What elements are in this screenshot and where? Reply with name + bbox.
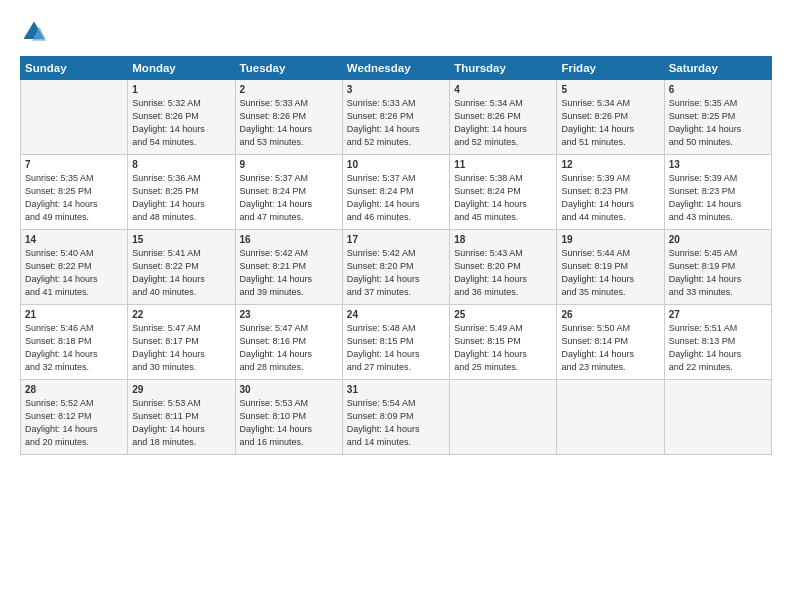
cell-info: Sunrise: 5:42 AM Sunset: 8:21 PM Dayligh…	[240, 247, 338, 299]
day-number: 27	[669, 309, 767, 320]
calendar-cell: 1Sunrise: 5:32 AM Sunset: 8:26 PM Daylig…	[128, 80, 235, 155]
week-row-3: 14Sunrise: 5:40 AM Sunset: 8:22 PM Dayli…	[21, 230, 772, 305]
calendar-cell: 13Sunrise: 5:39 AM Sunset: 8:23 PM Dayli…	[664, 155, 771, 230]
calendar-cell: 29Sunrise: 5:53 AM Sunset: 8:11 PM Dayli…	[128, 380, 235, 455]
cell-info: Sunrise: 5:39 AM Sunset: 8:23 PM Dayligh…	[669, 172, 767, 224]
cell-info: Sunrise: 5:36 AM Sunset: 8:25 PM Dayligh…	[132, 172, 230, 224]
cell-info: Sunrise: 5:38 AM Sunset: 8:24 PM Dayligh…	[454, 172, 552, 224]
day-header-monday: Monday	[128, 57, 235, 80]
logo-icon	[20, 18, 48, 46]
day-number: 17	[347, 234, 445, 245]
calendar-cell: 21Sunrise: 5:46 AM Sunset: 8:18 PM Dayli…	[21, 305, 128, 380]
calendar-cell	[664, 380, 771, 455]
day-number: 25	[454, 309, 552, 320]
cell-info: Sunrise: 5:47 AM Sunset: 8:16 PM Dayligh…	[240, 322, 338, 374]
calendar-cell: 9Sunrise: 5:37 AM Sunset: 8:24 PM Daylig…	[235, 155, 342, 230]
calendar-cell: 11Sunrise: 5:38 AM Sunset: 8:24 PM Dayli…	[450, 155, 557, 230]
cell-info: Sunrise: 5:43 AM Sunset: 8:20 PM Dayligh…	[454, 247, 552, 299]
day-number: 8	[132, 159, 230, 170]
day-number: 19	[561, 234, 659, 245]
calendar-cell: 24Sunrise: 5:48 AM Sunset: 8:15 PM Dayli…	[342, 305, 449, 380]
calendar-cell: 8Sunrise: 5:36 AM Sunset: 8:25 PM Daylig…	[128, 155, 235, 230]
day-header-friday: Friday	[557, 57, 664, 80]
day-header-wednesday: Wednesday	[342, 57, 449, 80]
day-number: 28	[25, 384, 123, 395]
cell-info: Sunrise: 5:41 AM Sunset: 8:22 PM Dayligh…	[132, 247, 230, 299]
cell-info: Sunrise: 5:49 AM Sunset: 8:15 PM Dayligh…	[454, 322, 552, 374]
day-number: 30	[240, 384, 338, 395]
week-row-5: 28Sunrise: 5:52 AM Sunset: 8:12 PM Dayli…	[21, 380, 772, 455]
day-number: 5	[561, 84, 659, 95]
day-number: 11	[454, 159, 552, 170]
cell-info: Sunrise: 5:50 AM Sunset: 8:14 PM Dayligh…	[561, 322, 659, 374]
calendar-cell: 26Sunrise: 5:50 AM Sunset: 8:14 PM Dayli…	[557, 305, 664, 380]
calendar-cell: 17Sunrise: 5:42 AM Sunset: 8:20 PM Dayli…	[342, 230, 449, 305]
cell-info: Sunrise: 5:48 AM Sunset: 8:15 PM Dayligh…	[347, 322, 445, 374]
cell-info: Sunrise: 5:32 AM Sunset: 8:26 PM Dayligh…	[132, 97, 230, 149]
day-number: 24	[347, 309, 445, 320]
day-header-saturday: Saturday	[664, 57, 771, 80]
day-number: 12	[561, 159, 659, 170]
calendar-cell: 20Sunrise: 5:45 AM Sunset: 8:19 PM Dayli…	[664, 230, 771, 305]
cell-info: Sunrise: 5:42 AM Sunset: 8:20 PM Dayligh…	[347, 247, 445, 299]
header-row: SundayMondayTuesdayWednesdayThursdayFrid…	[21, 57, 772, 80]
day-number: 13	[669, 159, 767, 170]
cell-info: Sunrise: 5:35 AM Sunset: 8:25 PM Dayligh…	[25, 172, 123, 224]
calendar-cell: 25Sunrise: 5:49 AM Sunset: 8:15 PM Dayli…	[450, 305, 557, 380]
day-number: 10	[347, 159, 445, 170]
day-number: 15	[132, 234, 230, 245]
calendar-cell: 4Sunrise: 5:34 AM Sunset: 8:26 PM Daylig…	[450, 80, 557, 155]
cell-info: Sunrise: 5:53 AM Sunset: 8:10 PM Dayligh…	[240, 397, 338, 449]
calendar-cell	[450, 380, 557, 455]
day-number: 6	[669, 84, 767, 95]
day-header-tuesday: Tuesday	[235, 57, 342, 80]
calendar-cell: 22Sunrise: 5:47 AM Sunset: 8:17 PM Dayli…	[128, 305, 235, 380]
cell-info: Sunrise: 5:51 AM Sunset: 8:13 PM Dayligh…	[669, 322, 767, 374]
cell-info: Sunrise: 5:52 AM Sunset: 8:12 PM Dayligh…	[25, 397, 123, 449]
week-row-1: 1Sunrise: 5:32 AM Sunset: 8:26 PM Daylig…	[21, 80, 772, 155]
day-header-thursday: Thursday	[450, 57, 557, 80]
cell-info: Sunrise: 5:34 AM Sunset: 8:26 PM Dayligh…	[561, 97, 659, 149]
calendar-cell: 6Sunrise: 5:35 AM Sunset: 8:25 PM Daylig…	[664, 80, 771, 155]
day-number: 2	[240, 84, 338, 95]
calendar-cell: 30Sunrise: 5:53 AM Sunset: 8:10 PM Dayli…	[235, 380, 342, 455]
day-number: 20	[669, 234, 767, 245]
calendar-cell: 10Sunrise: 5:37 AM Sunset: 8:24 PM Dayli…	[342, 155, 449, 230]
day-number: 9	[240, 159, 338, 170]
calendar-cell: 16Sunrise: 5:42 AM Sunset: 8:21 PM Dayli…	[235, 230, 342, 305]
calendar-cell: 19Sunrise: 5:44 AM Sunset: 8:19 PM Dayli…	[557, 230, 664, 305]
day-number: 1	[132, 84, 230, 95]
day-number: 31	[347, 384, 445, 395]
cell-info: Sunrise: 5:35 AM Sunset: 8:25 PM Dayligh…	[669, 97, 767, 149]
day-number: 16	[240, 234, 338, 245]
day-number: 23	[240, 309, 338, 320]
week-row-4: 21Sunrise: 5:46 AM Sunset: 8:18 PM Dayli…	[21, 305, 772, 380]
calendar-cell: 3Sunrise: 5:33 AM Sunset: 8:26 PM Daylig…	[342, 80, 449, 155]
day-header-sunday: Sunday	[21, 57, 128, 80]
calendar-cell: 12Sunrise: 5:39 AM Sunset: 8:23 PM Dayli…	[557, 155, 664, 230]
day-number: 29	[132, 384, 230, 395]
calendar-cell: 2Sunrise: 5:33 AM Sunset: 8:26 PM Daylig…	[235, 80, 342, 155]
calendar-cell: 23Sunrise: 5:47 AM Sunset: 8:16 PM Dayli…	[235, 305, 342, 380]
cell-info: Sunrise: 5:44 AM Sunset: 8:19 PM Dayligh…	[561, 247, 659, 299]
calendar-cell: 7Sunrise: 5:35 AM Sunset: 8:25 PM Daylig…	[21, 155, 128, 230]
day-number: 14	[25, 234, 123, 245]
cell-info: Sunrise: 5:37 AM Sunset: 8:24 PM Dayligh…	[240, 172, 338, 224]
cell-info: Sunrise: 5:54 AM Sunset: 8:09 PM Dayligh…	[347, 397, 445, 449]
week-row-2: 7Sunrise: 5:35 AM Sunset: 8:25 PM Daylig…	[21, 155, 772, 230]
cell-info: Sunrise: 5:34 AM Sunset: 8:26 PM Dayligh…	[454, 97, 552, 149]
calendar-cell: 27Sunrise: 5:51 AM Sunset: 8:13 PM Dayli…	[664, 305, 771, 380]
day-number: 26	[561, 309, 659, 320]
cell-info: Sunrise: 5:37 AM Sunset: 8:24 PM Dayligh…	[347, 172, 445, 224]
calendar-cell: 31Sunrise: 5:54 AM Sunset: 8:09 PM Dayli…	[342, 380, 449, 455]
cell-info: Sunrise: 5:33 AM Sunset: 8:26 PM Dayligh…	[240, 97, 338, 149]
day-number: 3	[347, 84, 445, 95]
calendar-cell: 28Sunrise: 5:52 AM Sunset: 8:12 PM Dayli…	[21, 380, 128, 455]
day-number: 7	[25, 159, 123, 170]
day-number: 21	[25, 309, 123, 320]
calendar-cell: 15Sunrise: 5:41 AM Sunset: 8:22 PM Dayli…	[128, 230, 235, 305]
cell-info: Sunrise: 5:53 AM Sunset: 8:11 PM Dayligh…	[132, 397, 230, 449]
calendar-cell: 18Sunrise: 5:43 AM Sunset: 8:20 PM Dayli…	[450, 230, 557, 305]
cell-info: Sunrise: 5:39 AM Sunset: 8:23 PM Dayligh…	[561, 172, 659, 224]
calendar-cell: 14Sunrise: 5:40 AM Sunset: 8:22 PM Dayli…	[21, 230, 128, 305]
